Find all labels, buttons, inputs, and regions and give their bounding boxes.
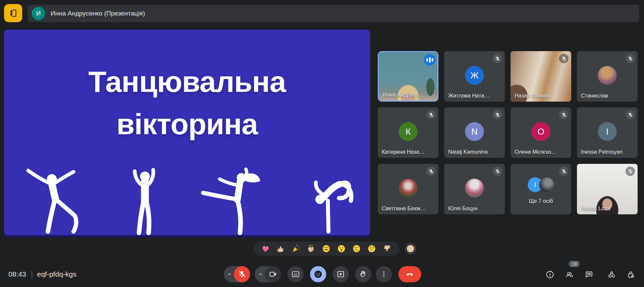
mic-muted-icon [625, 110, 635, 119]
participant-name: Инна Андрусе… [383, 92, 424, 98]
captions-button[interactable]: CC [287, 266, 304, 282]
reaction-thumbs-up-icon[interactable] [276, 244, 285, 253]
more-options-button[interactable] [376, 266, 392, 282]
skin-tone-selector[interactable] [406, 244, 415, 253]
slide-title-line1: Танцювальна [4, 61, 370, 103]
overflow-count-label: Ще 7 осіб [511, 198, 571, 204]
overflow-avatars: I [528, 177, 554, 192]
participant-name: Катерина Наза… [382, 149, 424, 155]
participant-tile[interactable]: Инна Андрусе… [378, 51, 438, 102]
participant-name: Житлова Ната… [448, 93, 490, 99]
camera-button-group [255, 266, 281, 282]
clock-time: 08:43 [8, 270, 26, 278]
participant-tile[interactable]: О Олена Мєлєхо… [511, 107, 571, 158]
speaking-indicator-icon [424, 54, 435, 66]
presenter-banner: И Инна Андрусенко (Презентація) [28, 5, 639, 22]
participant-avatar: Ж [465, 66, 484, 85]
divider: | [31, 270, 33, 278]
mic-muted-icon [625, 167, 635, 176]
hand-icon [359, 270, 368, 279]
end-call-icon [405, 270, 414, 279]
participant-avatar [465, 179, 484, 198]
participant-name: Natalj Kamunina [448, 149, 488, 155]
more-vertical-icon [379, 270, 388, 279]
camera-options-chevron[interactable] [258, 272, 263, 277]
participant-tile[interactable]: Станислав [577, 51, 638, 102]
participant-name: Inessa Petrosyan [581, 149, 623, 155]
reactions-button[interactable] [310, 266, 326, 282]
mic-off-icon [238, 270, 246, 279]
participant-name: Светлана Бахм… [382, 206, 426, 212]
participant-avatar: О [531, 122, 550, 141]
participant-avatar [399, 179, 418, 198]
participant-tile[interactable]: К Катерина Наза… [378, 107, 438, 158]
mic-muted-icon [559, 54, 569, 63]
mic-muted-icon [559, 167, 569, 176]
participants-button[interactable] [565, 270, 574, 279]
host-lock-icon [626, 270, 635, 279]
raise-hand-button[interactable] [355, 266, 371, 282]
participant-name: Юлія Боцун [448, 206, 478, 212]
participant-count-badge: 19 [569, 261, 580, 267]
slide-title: Танцювальна вікторина [4, 61, 370, 145]
mic-muted-icon [493, 167, 502, 176]
people-icon [565, 270, 574, 279]
reaction-thumbs-down-icon[interactable] [382, 244, 392, 253]
chat-icon [585, 270, 593, 279]
host-controls-button[interactable] [626, 270, 635, 279]
svg-text:CC: CC [294, 273, 298, 276]
participant-tile[interactable]: Назар Иванюк [511, 51, 571, 102]
mic-muted-icon [559, 110, 569, 119]
presenter-avatar: И [32, 7, 45, 20]
shared-presentation[interactable]: Танцювальна вікторина [4, 30, 370, 238]
mic-button-group [224, 266, 250, 282]
meet-logo-button[interactable] [4, 4, 22, 22]
overflow-participants-tile[interactable]: I Ще 7 осіб [511, 164, 571, 214]
present-screen-button[interactable] [333, 266, 349, 282]
mic-muted-icon [625, 54, 635, 63]
participant-avatar: I [598, 122, 617, 141]
captions-icon: CC [291, 270, 300, 279]
present-screen-icon [336, 270, 345, 279]
activities-button[interactable] [607, 270, 616, 279]
mic-muted-icon [426, 110, 436, 119]
participant-tile[interactable]: I Inessa Petrosyan [577, 107, 638, 158]
mic-options-chevron[interactable] [227, 272, 232, 277]
participant-tile[interactable]: Юлія Боцун [444, 164, 505, 214]
camera-button[interactable] [265, 266, 281, 282]
participant-avatar [598, 66, 617, 85]
participant-tile[interactable]: N Natalj Kamunina [444, 107, 505, 158]
meeting-code: eqf-pfdq-kgs [37, 270, 76, 278]
reaction-sparkling-heart-icon[interactable] [261, 244, 270, 253]
mic-muted-icon [426, 167, 436, 176]
mic-muted-icon [493, 110, 502, 119]
slide-title-line2: вікторина [4, 103, 370, 145]
reaction-surprised-face-icon[interactable] [337, 244, 346, 253]
reaction-joy-face-icon[interactable] [321, 244, 331, 253]
presenter-name: Инна Андрусенко (Презентація) [51, 10, 145, 17]
participant-name: Станислав [581, 93, 608, 99]
door-open-icon [8, 8, 18, 18]
participant-avatar [539, 177, 554, 192]
mic-mute-button[interactable] [234, 266, 250, 282]
dancer-silhouettes [4, 167, 370, 236]
participant-name: Назар Иванюк [515, 93, 550, 99]
reaction-crying-face-icon[interactable] [352, 244, 361, 253]
mic-muted-icon [493, 54, 502, 63]
meeting-details-button[interactable] [546, 270, 554, 279]
participant-avatar: К [399, 122, 418, 141]
reactions-bar [253, 242, 399, 256]
activities-icon [607, 270, 616, 279]
participant-tile[interactable]: Hanna Loza [577, 164, 638, 214]
participant-tile[interactable]: Ж Житлова Ната… [444, 51, 505, 102]
end-call-button[interactable] [398, 266, 421, 282]
reaction-thinking-face-icon[interactable] [367, 244, 376, 253]
participant-name: Олена Мєлєхо… [515, 149, 556, 155]
reaction-clapping-hands-icon[interactable] [306, 244, 316, 253]
chat-button[interactable] [585, 270, 593, 279]
participant-tile[interactable]: Светлана Бахм… [378, 164, 438, 214]
participant-avatar: N [465, 122, 484, 141]
info-icon [546, 270, 554, 279]
reaction-party-popper-icon[interactable] [291, 244, 301, 253]
participant-name: Hanna Loza [581, 206, 610, 212]
